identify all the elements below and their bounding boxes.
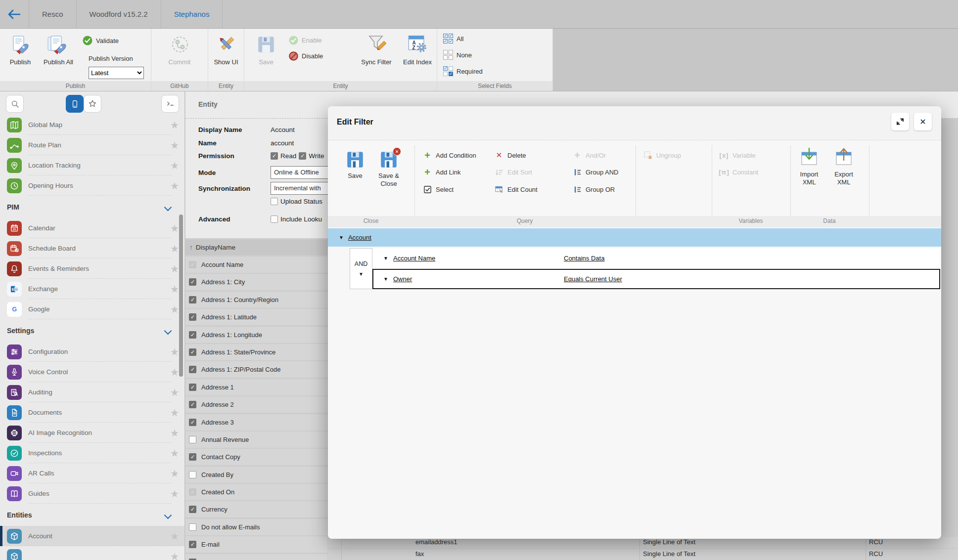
- query-root-entity-row[interactable]: ▼ Account: [328, 228, 941, 247]
- sidebar-item[interactable]: AI AI Image Recognition: [0, 423, 184, 443]
- select-button[interactable]: Select: [423, 183, 454, 196]
- search-button[interactable]: [6, 95, 24, 113]
- read-checkbox[interactable]: [271, 152, 278, 160]
- field-row[interactable]: Created By: [185, 467, 327, 483]
- sidebar-scrollbar[interactable]: [179, 215, 183, 377]
- select-required-fields-button[interactable]: Required: [443, 66, 483, 76]
- favorite-star-icon[interactable]: [165, 180, 184, 192]
- field-checkbox[interactable]: [189, 384, 196, 391]
- favorite-star-icon[interactable]: [165, 427, 184, 439]
- console-button[interactable]: [161, 95, 179, 113]
- favorite-star-icon[interactable]: [165, 387, 184, 398]
- condition-operator-link[interactable]: Contains Data: [564, 255, 604, 262]
- sidebar-item[interactable]: Documents: [0, 402, 184, 423]
- select-all-fields-button[interactable]: All: [443, 34, 463, 43]
- chevron-down-icon[interactable]: [165, 204, 172, 211]
- favorite-star-icon[interactable]: [165, 468, 184, 479]
- publish-all-icon[interactable]: [47, 35, 68, 56]
- table-row[interactable]: emailaddress1 Single Line of Text RCU: [328, 537, 958, 548]
- sync-filter-button[interactable]: Sync Filter: [357, 58, 396, 66]
- import-xml-button[interactable]: Import XML: [794, 147, 824, 186]
- condition-field-link[interactable]: Owner: [393, 275, 412, 283]
- edit-index-icon[interactable]: AZ: [408, 34, 427, 55]
- field-row[interactable]: E-mail: [185, 536, 327, 553]
- favorite-star-icon[interactable]: [165, 139, 184, 151]
- field-checkbox[interactable]: [189, 313, 196, 321]
- field-row[interactable]: Currency: [185, 501, 327, 517]
- edit-index-button[interactable]: Edit Index: [401, 58, 434, 66]
- field-row[interactable]: Contact Copy: [185, 449, 327, 465]
- field-row[interactable]: Address 1: Latitude: [185, 309, 327, 325]
- delete-button[interactable]: ✕Delete: [495, 149, 526, 162]
- sidebar-item[interactable]: Guides: [0, 483, 184, 504]
- favorite-star-icon[interactable]: [165, 447, 184, 459]
- field-checkbox[interactable]: [189, 436, 196, 443]
- field-row[interactable]: Address 1: ZIP/Postal Code: [185, 361, 327, 378]
- condition-field-link[interactable]: Account Name: [393, 255, 435, 262]
- field-row[interactable]: Created On: [185, 484, 327, 500]
- field-row[interactable]: Address 1: Longitude: [185, 327, 327, 343]
- field-checkbox[interactable]: [189, 348, 196, 356]
- field-checkbox[interactable]: [189, 366, 196, 373]
- field-row[interactable]: Address 1: City: [185, 274, 327, 290]
- filter-condition-row[interactable]: ▼ Owner Equals Current User: [372, 269, 940, 290]
- field-checkbox[interactable]: [189, 488, 196, 496]
- write-checkbox[interactable]: [299, 152, 306, 160]
- favorite-star-icon[interactable]: [165, 407, 184, 419]
- sidebar-item[interactable]: E Exchange: [0, 279, 184, 299]
- publish-all-button[interactable]: Publish All: [38, 58, 79, 66]
- field-checkbox[interactable]: [189, 471, 196, 478]
- root-entity-link[interactable]: Account: [348, 234, 371, 241]
- add-link-button[interactable]: +Add Link: [423, 166, 461, 178]
- field-checkbox[interactable]: [189, 296, 196, 303]
- add-condition-button[interactable]: +Add Condition: [423, 149, 476, 162]
- upload-status-checkbox[interactable]: [271, 198, 278, 205]
- sidebar-item[interactable]: Opening Hours: [0, 175, 184, 196]
- back-button[interactable]: [0, 0, 29, 28]
- edit-count-button[interactable]: Edit Count: [495, 183, 538, 196]
- group-and-button[interactable]: Group AND: [573, 166, 618, 178]
- field-row[interactable]: Address 1: State/Province: [185, 344, 327, 360]
- favorite-star-icon[interactable]: [165, 530, 184, 542]
- close-button[interactable]: ✕: [914, 113, 932, 130]
- group-or-button[interactable]: Group OR: [573, 183, 615, 196]
- sidebar-item[interactable]: Auditing: [0, 382, 184, 402]
- table-row[interactable]: fax Single Line of Text RCU: [328, 549, 958, 560]
- publish-button[interactable]: Publish: [3, 58, 38, 66]
- publish-icon[interactable]: [11, 35, 30, 56]
- field-checkbox[interactable]: [189, 261, 196, 268]
- logical-operator-cell[interactable]: AND ▼: [350, 248, 372, 289]
- publish-version-select[interactable]: Latest: [89, 67, 144, 79]
- sidebar-item[interactable]: AR Calls: [0, 463, 184, 483]
- expander-triangle-icon[interactable]: ▼: [339, 235, 344, 240]
- field-row[interactable]: Fax: [185, 554, 327, 560]
- export-xml-button[interactable]: Export XML: [828, 147, 859, 186]
- disable-button[interactable]: Disable: [289, 51, 323, 61]
- sidebar-item[interactable]: Schedule Board: [0, 238, 184, 258]
- sidebar-item[interactable]: Account: [0, 526, 184, 546]
- field-row[interactable]: Address 1: Country/Region: [185, 292, 327, 308]
- field-row[interactable]: Do not allow E-mails: [185, 519, 327, 535]
- favorite-star-icon[interactable]: [165, 488, 184, 500]
- show-ui-icon[interactable]: [217, 35, 236, 56]
- mobile-view-toggle[interactable]: [66, 95, 84, 113]
- field-checkbox[interactable]: [189, 419, 196, 426]
- favorites-toggle[interactable]: [84, 95, 101, 113]
- sync-filter-icon[interactable]: [367, 34, 387, 56]
- field-checkbox[interactable]: [189, 401, 196, 408]
- sidebar-item[interactable]: Global Map: [0, 115, 184, 135]
- field-checkbox[interactable]: [189, 523, 196, 531]
- app-tab[interactable]: Resco: [29, 0, 77, 28]
- sidebar-item[interactable]: Inspections: [0, 443, 184, 463]
- commit-github-icon[interactable]: [171, 35, 189, 55]
- sidebar-item[interactable]: [0, 546, 184, 560]
- field-checkbox[interactable]: [189, 559, 196, 560]
- sidebar-item[interactable]: 25 Calendar: [0, 218, 184, 238]
- field-checkbox[interactable]: [189, 506, 196, 513]
- sidebar-item[interactable]: PIM: [0, 196, 184, 218]
- sidebar-item[interactable]: Events & Reminders: [0, 258, 184, 279]
- include-lookup-checkbox[interactable]: [271, 215, 278, 223]
- show-ui-button[interactable]: Show UI: [210, 58, 242, 66]
- sidebar-item[interactable]: G Google: [0, 299, 184, 319]
- field-checkbox[interactable]: [189, 331, 196, 339]
